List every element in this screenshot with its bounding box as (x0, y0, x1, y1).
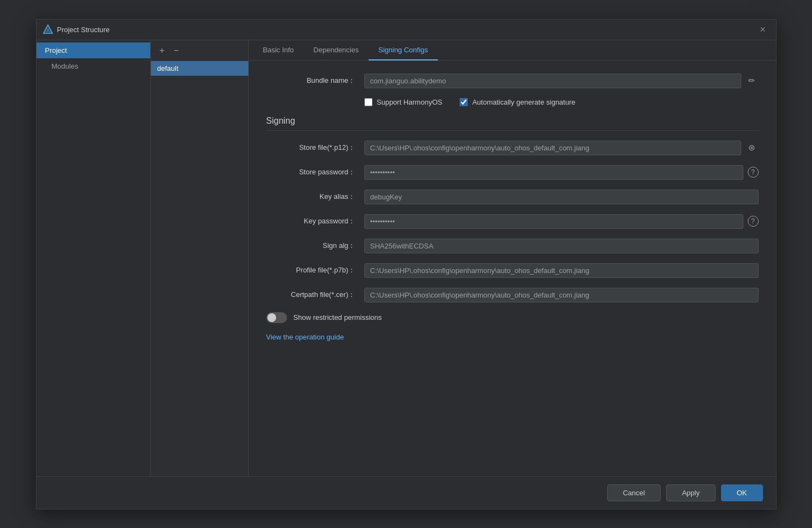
restricted-permissions-row: Show restricted permissions (266, 312, 759, 323)
store-password-label: Store password： (266, 167, 364, 177)
dialog-title: Project Structure (57, 26, 110, 34)
sidebar-item-project-label: Project (45, 46, 67, 54)
key-alias-input[interactable] (364, 190, 759, 204)
center-panel: + − default (151, 40, 249, 476)
key-password-help-icon[interactable]: ? (748, 216, 759, 227)
sign-alg-input[interactable] (364, 239, 759, 253)
support-harmonyos-label: Support HarmonyOS (377, 98, 443, 106)
view-guide-link[interactable]: View the operation guide (266, 333, 344, 341)
sidebar-item-modules-label: Modules (52, 62, 78, 70)
store-file-row: Store file(*.p12)： ⊛ (266, 141, 759, 155)
tab-dependencies-label: Dependencies (314, 46, 359, 54)
profile-file-label: Profile file(*.p7b)： (266, 265, 364, 275)
sidebar-item-project[interactable]: Project (36, 43, 150, 58)
sidebar: Project Modules (36, 40, 151, 476)
store-file-label: Store file(*.p12)： (266, 143, 364, 153)
key-alias-row: Key alias： (266, 190, 759, 204)
title-bar: Project Structure × (36, 20, 776, 40)
bundle-name-input[interactable] (364, 74, 741, 88)
auto-generate-label: Automatically generate signature (472, 98, 575, 106)
profile-file-input[interactable] (364, 263, 759, 278)
key-password-input[interactable] (364, 214, 743, 229)
support-harmonyos-checkbox-item: Support HarmonyOS (364, 98, 443, 106)
sidebar-item-modules[interactable]: Modules (36, 58, 150, 74)
signing-section-title: Signing (266, 116, 759, 131)
certpath-file-label: Certpath file(*.cer)： (266, 290, 364, 300)
title-bar-left: Project Structure (43, 25, 110, 34)
certpath-file-row: Certpath file(*.cer)： (266, 288, 759, 302)
view-guide-row: View the operation guide (266, 333, 759, 341)
show-restricted-label: Show restricted permissions (294, 313, 382, 321)
tab-dependencies[interactable]: Dependencies (304, 40, 369, 60)
remove-config-button[interactable]: − (170, 45, 182, 57)
profile-file-row: Profile file(*.p7b)： (266, 263, 759, 278)
certpath-file-input-wrap (364, 288, 759, 302)
store-password-input-wrap: ? (364, 165, 759, 180)
center-panel-item-default-label: default (157, 64, 179, 72)
main-content: Project Modules + − default Basic Info (36, 40, 776, 476)
store-password-help-icon[interactable]: ? (748, 167, 759, 178)
cancel-button[interactable]: Cancel (607, 484, 661, 501)
store-file-fingerprint-icon[interactable]: ⊛ (746, 141, 759, 154)
key-alias-input-wrap (364, 190, 759, 204)
sign-alg-label: Sign alg： (266, 241, 364, 251)
add-config-button[interactable]: + (156, 45, 168, 57)
profile-file-input-wrap (364, 263, 759, 278)
bundle-name-label: Bundle name： (266, 76, 364, 86)
apply-button[interactable]: Apply (666, 484, 716, 501)
certpath-file-input[interactable] (364, 288, 759, 302)
ok-button[interactable]: OK (721, 484, 763, 501)
center-panel-item-default[interactable]: default (151, 61, 248, 76)
signing-section: Signing (266, 116, 759, 131)
store-password-row: Store password： ? (266, 165, 759, 180)
bundle-name-input-wrap: ✏ (364, 74, 759, 88)
auto-generate-checkbox[interactable] (460, 98, 468, 106)
store-file-input-wrap: ⊛ (364, 141, 759, 155)
project-structure-dialog: Project Structure × Project Modules + − … (36, 19, 777, 509)
content-area: Bundle name： ✏ Support HarmonyOS Automat… (249, 60, 776, 476)
bundle-name-row: Bundle name： ✏ (266, 74, 759, 88)
auto-generate-checkbox-item: Automatically generate signature (460, 98, 575, 106)
key-password-label: Key password： (266, 216, 364, 226)
sign-alg-row: Sign alg： (266, 239, 759, 253)
close-button[interactable]: × (756, 23, 770, 36)
checkboxes-row: Support HarmonyOS Automatically generate… (364, 98, 759, 106)
right-content: Basic Info Dependencies Signing Configs … (249, 40, 776, 476)
sign-alg-input-wrap (364, 239, 759, 253)
store-password-input[interactable] (364, 165, 743, 180)
tab-basic-info-label: Basic Info (263, 46, 294, 54)
tab-signing-configs[interactable]: Signing Configs (369, 40, 438, 60)
tab-signing-configs-label: Signing Configs (378, 46, 428, 54)
key-password-row: Key password： ? (266, 214, 759, 229)
tabs-bar: Basic Info Dependencies Signing Configs (249, 40, 776, 60)
edit-bundle-icon[interactable]: ✏ (746, 74, 759, 87)
show-restricted-toggle[interactable] (266, 312, 287, 323)
key-password-input-wrap: ? (364, 214, 759, 229)
footer: Cancel Apply OK (36, 476, 776, 509)
key-alias-label: Key alias： (266, 192, 364, 202)
center-panel-header: + − (151, 40, 248, 61)
store-file-input[interactable] (364, 141, 741, 155)
app-icon (43, 25, 53, 34)
tab-basic-info[interactable]: Basic Info (253, 40, 304, 60)
support-harmonyos-checkbox[interactable] (364, 98, 373, 106)
